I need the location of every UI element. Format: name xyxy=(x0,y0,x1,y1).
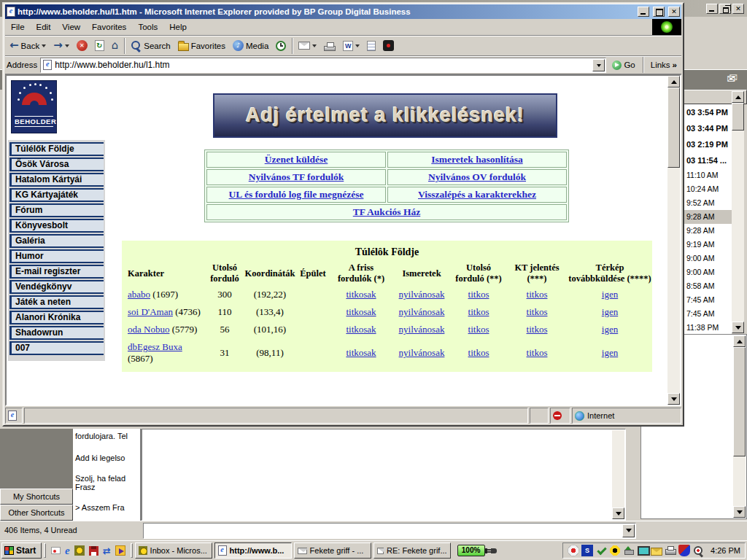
link-ismeretek-hasonlitasa[interactable]: Ismeretek hasonlítása xyxy=(431,154,522,165)
forward-dropdown-icon[interactable] xyxy=(65,44,69,47)
last-public-link[interactable]: titkos xyxy=(468,306,489,317)
character-link[interactable]: dbEgesz Buxa xyxy=(128,341,182,352)
scroll-up-icon[interactable] xyxy=(733,335,746,347)
sidebar-item[interactable]: Vendégkönyv xyxy=(9,280,104,295)
tray-fan-icon[interactable] xyxy=(568,545,579,556)
quicklaunch-outlook-icon[interactable] xyxy=(74,545,85,556)
last-public-link[interactable]: titkos xyxy=(468,347,489,358)
sidebar-item[interactable]: Túlélők Földje xyxy=(9,142,104,157)
task-button-message1[interactable]: Fekete griff - ... xyxy=(294,542,371,559)
knowledge-link[interactable]: nyilvánosak xyxy=(399,324,445,335)
tray-printer-icon[interactable] xyxy=(665,545,676,556)
menu-file[interactable]: File xyxy=(5,23,31,31)
quicklaunch-media-icon[interactable] xyxy=(115,545,125,556)
address-dropdown-icon[interactable] xyxy=(592,59,605,71)
link-visszalepes[interactable]: Visszalépés a karakterekhez xyxy=(418,189,536,200)
map-link[interactable]: igen xyxy=(602,347,618,358)
sidebar-item[interactable]: Játék a neten xyxy=(9,295,104,310)
outlook-minimize-button[interactable] xyxy=(706,4,718,14)
kt-link[interactable]: titkos xyxy=(527,306,548,317)
minimize-button[interactable] xyxy=(638,7,649,17)
last-public-link[interactable]: titkos xyxy=(468,324,489,335)
link-nyilvanos-ov-fordulok[interactable]: Nyilvános OV fordulók xyxy=(428,171,526,182)
mail-dropdown-icon[interactable] xyxy=(312,44,317,47)
beholder-logo[interactable]: BEHOLDER xyxy=(11,80,57,133)
reading-pane-scrollbar[interactable] xyxy=(733,335,746,518)
sidebar-item[interactable]: Humor xyxy=(9,249,104,264)
ie-titlebar[interactable]: http://www.beholder.hu/l1.htm - Microsof… xyxy=(5,4,681,19)
sidebar-item[interactable]: Fórum xyxy=(9,203,104,218)
quicklaunch-sync-icon[interactable]: ⇄ xyxy=(103,545,111,556)
addon-button[interactable] xyxy=(380,39,397,52)
tray-new-mail-icon[interactable] xyxy=(651,548,662,556)
character-link[interactable]: ababo xyxy=(128,289,150,300)
page-scrollbar[interactable] xyxy=(667,76,680,405)
media-button[interactable]: Media xyxy=(230,39,271,52)
mail-button[interactable] xyxy=(295,40,320,51)
tray-remove-hardware-icon[interactable] xyxy=(623,545,635,556)
sidebar-item[interactable]: Shadowrun xyxy=(9,326,104,341)
start-button[interactable]: Start xyxy=(1,542,42,559)
search-button[interactable]: Search xyxy=(128,39,173,52)
address-input[interactable]: http://www.beholder.hu/l1.htm xyxy=(40,58,606,73)
tray-network-icon[interactable] xyxy=(595,545,607,556)
knowledge-link[interactable]: nyilvánosak xyxy=(399,289,445,300)
scroll-down-icon[interactable] xyxy=(733,506,746,518)
taskbar-clock[interactable]: 4:26 PM xyxy=(711,546,740,555)
sidebar-item[interactable]: Hatalom Kártyái xyxy=(9,173,104,187)
quicklaunch-ie-icon[interactable]: e xyxy=(65,545,70,556)
edit-dropdown-icon[interactable] xyxy=(355,44,360,47)
menu-tools[interactable]: Tools xyxy=(132,23,163,31)
link-uzenet-kuldese[interactable]: Üzenet küldése xyxy=(265,154,328,165)
scroll-up-icon[interactable] xyxy=(732,91,744,103)
menu-view[interactable]: View xyxy=(56,23,86,31)
scrollbar-thumb[interactable] xyxy=(667,88,680,168)
fresh-link[interactable]: titkosak xyxy=(346,347,376,358)
map-link[interactable]: igen xyxy=(602,289,618,300)
map-link[interactable]: igen xyxy=(602,306,618,317)
outlook-close-button[interactable] xyxy=(732,4,744,14)
kt-link[interactable]: titkos xyxy=(527,347,548,358)
tray-icq-icon[interactable] xyxy=(609,545,621,556)
character-link[interactable]: soi D'Aman xyxy=(128,306,173,317)
scrollbar-thumb[interactable] xyxy=(733,347,746,456)
home-button[interactable]: ⌂ xyxy=(109,39,122,52)
close-button[interactable] xyxy=(668,7,680,17)
scrollbar-track[interactable] xyxy=(667,168,680,393)
tray-magnifier-icon[interactable] xyxy=(692,545,704,556)
print-button[interactable] xyxy=(321,39,338,52)
favorites-button[interactable]: Favorites xyxy=(175,39,228,52)
banner-image[interactable]: Adj értelmet a klikkelésnek! xyxy=(213,93,557,138)
taskbar-grip[interactable] xyxy=(131,543,133,558)
stop-button[interactable] xyxy=(74,39,90,52)
links-bar[interactable]: Links xyxy=(648,61,680,69)
menu-edit[interactable]: Edit xyxy=(31,23,57,31)
battery-indicator[interactable]: 100% xyxy=(457,545,485,556)
tray-display-icon[interactable] xyxy=(637,545,649,556)
link-tf-aukcios-haz[interactable]: TF Aukciós Ház xyxy=(353,206,421,217)
quicklaunch-save-icon[interactable] xyxy=(89,546,98,556)
quicklaunch-mail-icon[interactable] xyxy=(51,547,61,554)
link-ul-log-file[interactable]: UL és forduló log file megnézése xyxy=(229,189,364,200)
scrollbar-track[interactable] xyxy=(732,131,744,322)
scrollbar-track[interactable] xyxy=(733,456,746,506)
sidebar-item[interactable]: Alanori Krónika xyxy=(9,311,104,325)
reading-pane-scrollbar[interactable] xyxy=(612,430,624,519)
other-shortcuts-button[interactable]: Other Shortcuts xyxy=(0,505,73,521)
last-public-link[interactable]: titkos xyxy=(468,289,489,300)
refresh-button[interactable] xyxy=(92,39,107,52)
sidebar-item[interactable]: Könyvesbolt xyxy=(9,219,104,233)
scroll-down-icon[interactable] xyxy=(667,393,680,405)
fresh-link[interactable]: titkosak xyxy=(346,306,376,317)
maximize-button[interactable] xyxy=(653,7,665,17)
forward-button[interactable]: → xyxy=(50,39,72,52)
scroll-down-icon[interactable] xyxy=(732,322,744,333)
tray-messenger-icon[interactable]: S xyxy=(581,545,593,556)
sidebar-item[interactable]: Galéria xyxy=(9,234,104,249)
character-link[interactable]: oda Nobuo xyxy=(128,324,169,335)
link-nyilvanos-tf-fordulok[interactable]: Nyilvános TF fordulók xyxy=(249,171,344,182)
fresh-link[interactable]: titkosak xyxy=(346,324,376,335)
menu-favorites[interactable]: Favorites xyxy=(86,23,132,31)
kt-link[interactable]: titkos xyxy=(527,289,548,300)
kt-link[interactable]: titkos xyxy=(527,324,548,335)
